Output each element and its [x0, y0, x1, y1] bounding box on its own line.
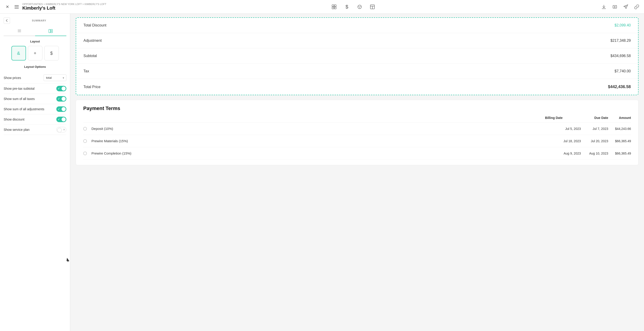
send-icon[interactable] — [622, 3, 630, 11]
summary-row-adjustment: Adjustment $217,348.29 — [76, 33, 638, 48]
summary-label-discount: Total Discount — [84, 23, 106, 27]
show-taxes-toggle[interactable]: ✓ — [56, 96, 66, 102]
payment-row-name: Prewire Completion (15%) — [92, 151, 549, 155]
summary-row-subtotal: Subtotal $434,696.58 — [76, 48, 638, 64]
svg-rect-15 — [18, 31, 21, 31]
layout-icon[interactable] — [369, 3, 376, 11]
breadcrumb: OPPORTUNITIES > KIMBERLY'S NEW YORK LOFT… — [22, 3, 106, 6]
summary-label-tax: Tax — [84, 69, 89, 73]
layout-label: Layout — [4, 40, 66, 43]
summary-card: Total Discount $2,099.40 Adjustment $217… — [76, 17, 638, 95]
show-pretax-row: Show pre-tax subtotal ✓ — [4, 84, 66, 94]
svg-rect-19 — [51, 31, 52, 33]
summary-value-adjustment: $217,348.29 — [610, 39, 631, 43]
close-button[interactable]: ✕ — [4, 3, 11, 11]
summary-value-total: $442,436.58 — [608, 85, 631, 89]
layout-buttons: & + $ — [4, 46, 66, 61]
show-prices-select-wrapper: total unit none ▼ — [44, 74, 66, 81]
header-due-date: Due Date — [581, 116, 608, 120]
svg-point-4 — [358, 5, 362, 9]
show-discount-toggle[interactable]: ✓ — [56, 117, 66, 122]
summary-row-tax: Tax $7,740.00 — [76, 64, 638, 79]
payment-row-billing: Jul 18, 2023 — [549, 139, 581, 143]
svg-rect-0 — [332, 5, 334, 7]
summary-value-tax: $7,740.00 — [614, 69, 631, 73]
svg-rect-3 — [334, 7, 336, 9]
payment-row-billing: Aug 9, 2023 — [549, 152, 581, 155]
menu-button[interactable] — [14, 4, 20, 9]
show-prices-select[interactable]: total unit none — [44, 74, 66, 81]
tab-list[interactable] — [4, 27, 35, 36]
payment-row: Prewire Completion (15%) Aug 9, 2023 Aug… — [83, 147, 631, 160]
dollar-icon[interactable]: $ — [343, 3, 350, 11]
tab-split[interactable] — [35, 27, 66, 36]
payment-row-amount: $66,365.49 — [608, 139, 631, 143]
download-icon[interactable] — [600, 3, 608, 11]
payment-row: Deposit (10%) Jul 5, 2023 Jul 7, 2023 $4… — [83, 123, 631, 135]
summary-label-subtotal: Subtotal — [84, 54, 97, 58]
summary-value-subtotal: $434,696.58 — [610, 54, 631, 58]
layout-btn-price[interactable]: $ — [44, 46, 59, 61]
timeline-wrapper: Deposit (10%) Jul 5, 2023 Jul 7, 2023 $4… — [83, 123, 631, 160]
show-discount-row: Show discount ✓ — [4, 114, 66, 125]
show-adjustments-toggle[interactable]: ✓ — [56, 106, 66, 112]
topbar-right — [600, 3, 640, 11]
back-button[interactable] — [4, 17, 10, 24]
show-service-plan-row: Show service plan ✕ — [4, 125, 66, 135]
show-service-plan-toggle[interactable]: ✕ — [56, 127, 66, 132]
layout-btn-add[interactable]: + — [28, 46, 42, 61]
sidebar-tabs — [4, 27, 66, 36]
toggle-x-icon: ✕ — [63, 128, 65, 131]
topbar-left: ✕ OPPORTUNITIES > KIMBERLY'S NEW YORK LO… — [4, 3, 106, 11]
show-discount-label: Show discount — [4, 118, 24, 121]
svg-rect-14 — [18, 30, 21, 30]
summary-label-total: Total Price — [84, 85, 100, 89]
sidebar-title: SUMMARY — [12, 19, 66, 22]
svg-point-5 — [359, 6, 360, 7]
timeline-dot — [83, 152, 87, 155]
sidebar-header: SUMMARY — [0, 14, 70, 24]
svg-line-13 — [625, 6, 626, 7]
timeline-dot — [83, 127, 87, 131]
svg-rect-1 — [334, 5, 336, 7]
timeline-dot — [83, 139, 87, 143]
topbar: ✕ OPPORTUNITIES > KIMBERLY'S NEW YORK LO… — [0, 0, 644, 14]
svg-rect-16 — [18, 32, 21, 32]
payment-terms-card: Payment Terms Billing Date Due Date Amou… — [76, 100, 638, 165]
show-taxes-label: Show sum of all taxes — [4, 97, 35, 101]
link-icon[interactable] — [633, 3, 640, 11]
svg-rect-17 — [49, 30, 50, 33]
grid-icon[interactable] — [330, 3, 338, 11]
header-amount: Amount — [608, 116, 631, 120]
layout-section: Layout & + $ Layout Options Show prices … — [0, 36, 70, 135]
payment-row-amount: $66,365.49 — [608, 152, 631, 155]
payment-row-due: Aug 10, 2023 — [581, 152, 608, 155]
palette-icon[interactable] — [356, 3, 363, 11]
payment-terms-header: Billing Date Due Date Amount — [83, 116, 631, 123]
show-prices-label: Show prices — [4, 76, 21, 80]
sidebar: SUMMARY Layout & + — [0, 14, 70, 331]
payment-terms-title: Payment Terms — [83, 106, 631, 111]
payment-row-due: Jul 20, 2023 — [581, 139, 608, 143]
main-content: Total Discount $2,099.40 Adjustment $217… — [70, 14, 644, 331]
summary-label-adjustment: Adjustment — [84, 39, 102, 43]
svg-rect-18 — [51, 30, 52, 31]
page-title: Kimberly's Loft — [22, 6, 106, 11]
payment-row-amount: $44,243.66 — [608, 127, 631, 131]
layout-btn-combined[interactable]: & — [12, 46, 26, 61]
show-service-plan-label: Show service plan — [4, 128, 30, 132]
layout-options-label: Layout Options — [4, 65, 66, 69]
payment-row: Prewire Materials (15%) Jul 18, 2023 Jul… — [83, 135, 631, 147]
show-pretax-toggle[interactable]: ✓ — [56, 86, 66, 91]
svg-point-7 — [360, 7, 360, 8]
show-prices-row: Show prices total unit none ▼ — [4, 72, 66, 84]
show-adjustments-row: Show sum of all adjustments ✓ — [4, 104, 66, 114]
payment-row-name: Prewire Materials (15%) — [92, 139, 549, 143]
present-icon[interactable] — [611, 3, 618, 11]
show-adjustments-label: Show sum of all adjustments — [4, 107, 44, 111]
payment-row-due: Jul 7, 2023 — [581, 127, 608, 131]
summary-row-total: Total Price $442,436.58 — [76, 79, 638, 95]
show-pretax-label: Show pre-tax subtotal — [4, 87, 34, 90]
summary-row-discount: Total Discount $2,099.40 — [76, 18, 638, 33]
summary-value-discount: $2,099.40 — [614, 23, 631, 27]
